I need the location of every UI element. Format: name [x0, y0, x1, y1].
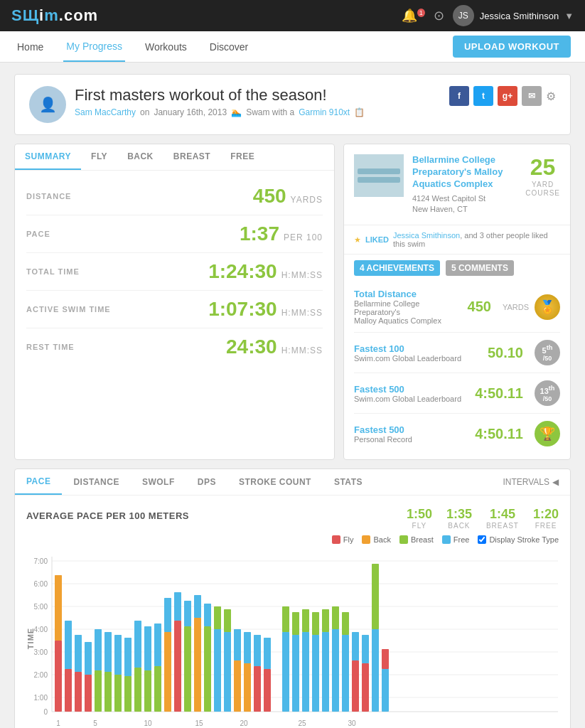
tab-summary[interactable]: SUMMARY	[15, 144, 81, 170]
googleplus-share-button[interactable]: g+	[498, 86, 517, 106]
upload-workout-button[interactable]: UPLOAD WORKOUT	[453, 36, 571, 58]
achievement-fastest-100: Fastest 100 Swim.com Global Leaderboard …	[354, 333, 560, 373]
pace-fly: 1:50 FLY	[407, 507, 432, 530]
nav-my-progress[interactable]: My Progress	[63, 31, 125, 62]
nav-discover[interactable]: Discover	[207, 31, 251, 62]
comments-badge[interactable]: 5 COMMENTS	[446, 260, 514, 276]
svg-text:25: 25	[298, 719, 306, 727]
svg-rect-67	[204, 626, 211, 712]
svg-rect-1	[358, 168, 400, 174]
settings-icon[interactable]: ⊙	[434, 8, 444, 23]
svg-rect-43	[124, 676, 132, 712]
svg-text:5:00: 5:00	[34, 603, 48, 611]
svg-rect-100	[322, 632, 329, 712]
email-share-button[interactable]: ✉	[522, 86, 542, 106]
svg-rect-52	[154, 666, 161, 712]
svg-rect-38	[104, 632, 112, 672]
pool-card: Bellarmine College Preparatory's Malloy …	[343, 144, 571, 460]
notifications-icon[interactable]: 🔔1	[402, 8, 425, 23]
svg-rect-32	[85, 642, 92, 675]
stats-pool-row: SUMMARY FLY BACK BREAST FREE DISTANCE 45…	[14, 144, 571, 460]
ach-fastest-500-pr-sub: Personal Record	[354, 435, 463, 444]
svg-rect-62	[184, 601, 191, 626]
ach-fastest-100-title[interactable]: Fastest 100	[354, 343, 476, 354]
svg-rect-2	[358, 177, 400, 183]
svg-rect-118	[382, 669, 389, 712]
svg-rect-22	[55, 641, 62, 712]
chart-title: AVERAGE PACE PER 100 METERS	[26, 510, 189, 521]
stats-body: DISTANCE 450 YARDS PACE 1:37 PER 100 TOT…	[15, 171, 334, 373]
svg-rect-56	[164, 598, 171, 632]
star-icon: ★	[354, 235, 361, 245]
svg-rect-101	[322, 609, 329, 632]
svg-rect-23	[55, 575, 62, 641]
user-menu[interactable]: JS Jessica Smithinson ▼	[453, 5, 574, 26]
nav-home[interactable]: Home	[14, 31, 46, 62]
liked-user-link[interactable]: Jessica Smithinson	[393, 231, 460, 240]
chart-tab-stroke-count[interactable]: STROKE COUNT	[227, 470, 323, 494]
stat-active-swim-time-label: ACTIVE SWIM TIME	[26, 305, 111, 314]
pool-name[interactable]: Bellarmine College Preparatory's Malloy …	[412, 154, 517, 191]
chart-tab-dps[interactable]: DPS	[186, 470, 227, 494]
display-stroke-type[interactable]: Display Stroke Type	[478, 535, 559, 544]
top-bar: ЅЩim.com 🔔1 ⊙ JS Jessica Smithinson ▼	[0, 0, 585, 31]
ach-fastest-500-pr-info: Fastest 500 Personal Record	[354, 424, 463, 444]
tab-free[interactable]: FREE	[220, 144, 264, 170]
workout-settings-icon[interactable]: ⚙	[546, 90, 556, 103]
intervals-button[interactable]: INTERVALS ◀	[491, 470, 570, 494]
svg-rect-91	[292, 635, 299, 712]
svg-text:5: 5	[93, 719, 97, 727]
dropdown-arrow-icon: ▼	[564, 11, 574, 21]
chart-section: PACE DISTANCE SWOLF DPS STROKE COUNT STA…	[14, 469, 571, 728]
achievements-badge[interactable]: 4 ACHIEVEMENTS	[354, 260, 440, 276]
ach-total-distance-title[interactable]: Total Distance	[354, 289, 456, 299]
user-avatar: JS	[453, 5, 474, 26]
social-share-icons: f t g+ ✉ ⚙	[449, 86, 556, 106]
device-link[interactable]: Garmin 910xt	[299, 107, 350, 117]
svg-rect-103	[332, 629, 339, 712]
gold-medal-icon: 🏅	[535, 294, 560, 320]
facebook-share-button[interactable]: f	[449, 86, 469, 106]
tab-back[interactable]: BACK	[117, 144, 163, 170]
chart-tab-pace[interactable]: PACE	[15, 469, 62, 495]
pool-address: 4124 West Capitol StNew Haven, CT	[412, 193, 517, 215]
stat-pace-value: 1:37 PER 100	[240, 223, 323, 245]
svg-rect-0	[354, 154, 404, 197]
ach-fastest-100-sub: Swim.com Global Leaderboard	[354, 354, 476, 363]
ach-fastest-500-global-info: Fastest 500 Swim.com Global Leaderboard	[354, 384, 463, 403]
stroke-type-checkbox[interactable]	[478, 535, 486, 544]
copy-icon[interactable]: 📋	[354, 107, 365, 117]
svg-rect-49	[144, 670, 151, 712]
svg-rect-37	[104, 672, 112, 712]
svg-rect-88	[282, 632, 289, 712]
tab-fly[interactable]: FLY	[81, 144, 117, 170]
svg-rect-73	[224, 632, 231, 712]
svg-rect-77	[234, 629, 241, 660]
chart-body: AVERAGE PACE PER 100 METERS 1:50 FLY 1:3…	[15, 496, 570, 728]
yard-label: YARDCOURSE	[525, 181, 560, 198]
chart-tab-swolf[interactable]: SWOLF	[131, 470, 186, 494]
triangle-icon: ◀	[552, 477, 559, 487]
svg-text:4:00: 4:00	[34, 626, 48, 633]
twitter-share-button[interactable]: t	[473, 86, 493, 106]
ach-fastest-500-pr-title[interactable]: Fastest 500	[354, 424, 463, 435]
svg-text:1:00: 1:00	[34, 694, 48, 702]
ach-total-distance-unit: YARDS	[503, 303, 529, 311]
tab-breast[interactable]: BREAST	[163, 144, 220, 170]
svg-rect-80	[244, 632, 251, 663]
workout-info: First masters workout of the season! Sam…	[75, 86, 365, 117]
chart-tab-distance[interactable]: DISTANCE	[62, 470, 130, 494]
svg-rect-35	[95, 629, 102, 670]
nav-workouts[interactable]: Workouts	[142, 31, 190, 62]
achievement-total-distance: Total Distance Bellarmine College Prepar…	[354, 282, 560, 333]
ach-fastest-500-global-title[interactable]: Fastest 500	[354, 384, 463, 395]
svg-rect-68	[204, 604, 211, 626]
ach-fastest-100-info: Fastest 100 Swim.com Global Leaderboard	[354, 343, 476, 363]
stat-total-time: TOTAL TIME 1:24:30 H:MM:SS	[26, 253, 323, 291]
workout-user-link[interactable]: Sam MacCarthy	[75, 107, 136, 117]
svg-rect-40	[114, 675, 122, 712]
svg-rect-26	[65, 621, 72, 669]
stat-pace: PACE 1:37 PER 100	[26, 215, 323, 253]
chart-tab-stats[interactable]: STATS	[323, 470, 374, 494]
svg-rect-85	[264, 669, 271, 712]
